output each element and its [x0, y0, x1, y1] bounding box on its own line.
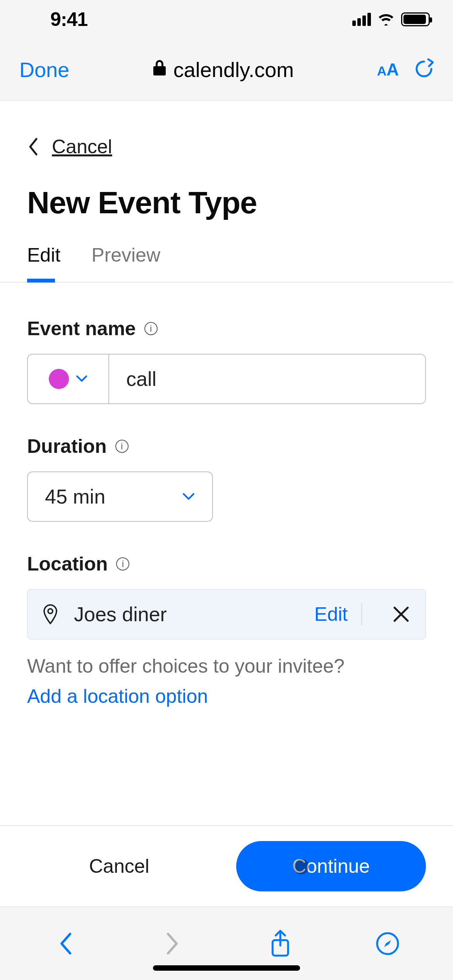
color-dot-icon — [49, 369, 69, 389]
share-button[interactable] — [267, 930, 294, 957]
footer-bar: Cancel Continue — [0, 825, 453, 906]
text-size-button[interactable]: AA — [377, 60, 399, 79]
info-icon[interactable]: i — [115, 440, 129, 453]
info-icon[interactable]: i — [144, 322, 158, 335]
duration-label: Duration — [27, 435, 107, 457]
done-button[interactable]: Done — [19, 58, 69, 82]
svg-point-0 — [48, 609, 53, 613]
event-name-label: Event name — [27, 317, 136, 340]
nav-back-button[interactable] — [52, 930, 79, 957]
event-color-picker[interactable] — [28, 355, 109, 403]
cancel-button[interactable]: Cancel — [89, 855, 149, 877]
event-name-input[interactable] — [109, 355, 425, 403]
form: Event name i Duration i 45 min — [0, 283, 453, 723]
wifi-icon — [378, 13, 394, 26]
cancel-link[interactable]: Cancel — [52, 135, 112, 158]
status-bar: 9:41 — [0, 0, 453, 39]
duration-value: 45 min — [45, 485, 105, 508]
info-icon[interactable]: i — [116, 557, 129, 571]
location-hint: Want to offer choices to your invitee? — [27, 655, 426, 677]
location-value: Joes diner — [74, 603, 299, 626]
cellular-signal-icon — [352, 13, 371, 26]
compass-button[interactable] — [374, 930, 401, 957]
page-title: New Event Type — [0, 177, 453, 244]
home-indicator — [153, 965, 300, 971]
chevron-down-icon — [76, 375, 88, 383]
status-indicators — [352, 12, 430, 26]
chevron-left-icon[interactable] — [27, 137, 39, 156]
page-content: Cancel New Event Type Edit Preview Event… — [0, 101, 453, 906]
tabs: Edit Preview — [0, 244, 453, 283]
continue-button[interactable]: Continue — [236, 841, 426, 891]
tab-preview[interactable]: Preview — [91, 244, 160, 282]
location-edit-button[interactable]: Edit — [314, 603, 362, 625]
lock-icon — [153, 59, 166, 80]
tab-edit[interactable]: Edit — [27, 244, 60, 282]
location-pin-icon — [42, 604, 58, 624]
duration-select[interactable]: 45 min — [27, 471, 213, 522]
add-location-link[interactable]: Add a location option — [27, 685, 426, 708]
location-label: Location — [27, 553, 108, 575]
battery-icon — [401, 12, 430, 26]
back-row: Cancel — [0, 101, 453, 177]
touch-indicator-icon — [293, 859, 309, 874]
event-name-row — [27, 354, 426, 404]
nav-forward-button — [159, 930, 186, 957]
url-display[interactable]: calendly.com — [69, 58, 377, 82]
chevron-down-icon — [182, 492, 195, 501]
reload-button[interactable] — [414, 58, 434, 81]
browser-bar: Done calendly.com AA — [0, 39, 453, 101]
status-time: 9:41 — [50, 8, 88, 31]
location-card: Joes diner Edit — [27, 589, 426, 639]
url-text: calendly.com — [173, 58, 294, 82]
close-icon[interactable] — [391, 605, 411, 624]
